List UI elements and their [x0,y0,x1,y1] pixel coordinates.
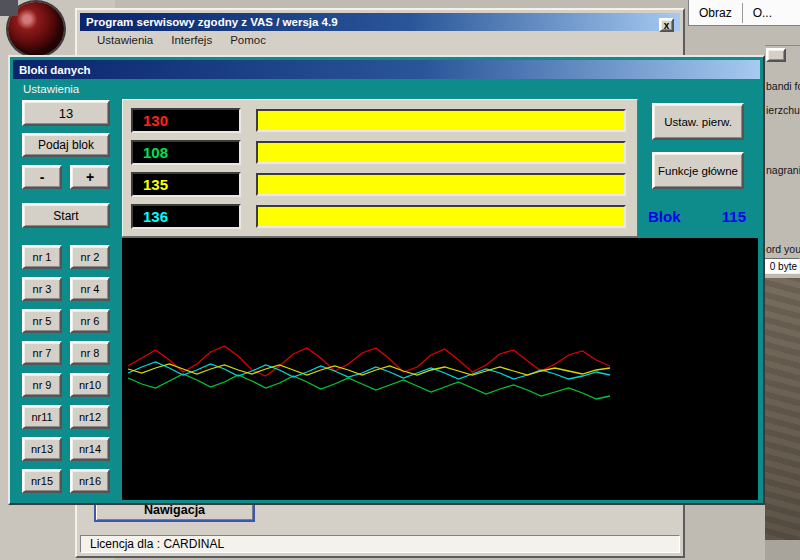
license-text: Licencja dla : CARDINAL [90,537,224,551]
menu-item-ustawienia[interactable]: Ustawienia [88,34,162,46]
vas-window-title: Program serwisowy zgodny z VAS / wersja … [86,16,338,28]
values-panel: 130 108 135 136 [122,99,638,237]
nr-button[interactable]: nr10 [70,373,110,397]
value-display-4: 136 [131,204,241,229]
value-bar-2 [256,141,626,164]
nr-button[interactable]: nr15 [22,469,62,493]
podaj-blok-button[interactable]: Podaj blok [22,133,110,157]
value-display-1: 130 [131,108,241,133]
plus-button[interactable]: + [70,165,110,189]
value-display-2: 108 [131,140,241,165]
byte-counter-field: 0 byte [764,258,800,274]
taskbar-corner [0,0,18,16]
nr-button[interactable]: nr11 [22,405,62,429]
block-number-display: 13 [22,100,110,126]
nr-button[interactable]: nr12 [70,405,110,429]
nr-button[interactable]: nr 5 [22,309,62,333]
vas-menubar: UstawieniaInterfejsPomoc [80,31,680,48]
menu-ustawienia[interactable]: Ustawienia [14,83,88,95]
nr-button[interactable]: nr 1 [22,245,62,269]
nr-grid: nr 1nr 2nr 3nr 4nr 5nr 6nr 7nr 8nr 9nr10… [22,245,110,493]
right-text-fragment: bandi fo [766,80,800,92]
license-bar: Licencja dla : CARDINAL [80,535,680,553]
right-footer-strip [765,540,800,560]
background-photo [765,278,800,540]
page-title: Bloki danych [19,64,91,76]
minus-button[interactable]: - [22,165,62,189]
bloki-menubar: Ustawienia [14,81,88,97]
right-text-fragment: ierzchu [766,104,800,116]
blok-value: 115 [722,208,746,225]
right-window-divider [765,45,800,46]
blok-label: Blok [648,208,681,225]
funkcje-glowne-button[interactable]: Funkcje główne [652,152,744,189]
screen: bandi fo ierzchu nagrania ord your 0 byt… [0,0,800,560]
nr-button[interactable]: nr 8 [70,341,110,365]
chart-svg [122,238,758,500]
nr-button[interactable]: nr 2 [70,245,110,269]
nr-button[interactable]: nr 4 [70,277,110,301]
vas-titlebar[interactable]: Program serwisowy zgodny z VAS / wersja … [80,13,680,31]
nr-button[interactable]: nr13 [22,437,62,461]
nr-button[interactable]: nr 9 [22,373,62,397]
tab-o[interactable]: O... [743,6,782,20]
bloki-danych-window: Bloki danych Ustawienia 13 Podaj blok - … [8,55,765,505]
tab-obraz[interactable]: Obraz [689,6,742,20]
blok-indicator: Blok 115 [648,208,746,225]
right-small-button[interactable] [766,48,786,62]
bloki-danych-titlebar[interactable]: Bloki danych [13,60,760,79]
nr-button[interactable]: nr 6 [70,309,110,333]
nr-button[interactable]: nr 3 [22,277,62,301]
right-text-fragment: ord your [766,243,800,255]
menu-item-interfejs[interactable]: Interfejs [162,34,221,46]
nr-button[interactable]: nr16 [70,469,110,493]
waveform-green [128,374,610,399]
value-bar-3 [256,173,626,196]
right-text-fragment: nagrania [766,164,800,176]
top-right-window: Obraz O... [688,0,800,26]
nr-button[interactable]: nr14 [70,437,110,461]
close-icon[interactable]: x [659,18,674,32]
value-display-3: 135 [131,172,241,197]
start-button[interactable]: Start [22,203,110,228]
value-bar-1 [256,109,626,132]
value-bar-4 [256,205,626,228]
waveform-cyan [128,362,610,379]
menu-item-pomoc[interactable]: Pomoc [221,34,275,46]
waveform-chart [122,238,758,500]
nr-button[interactable]: nr 7 [22,341,62,365]
ustaw-pierw-button[interactable]: Ustaw. pierw. [652,103,744,140]
